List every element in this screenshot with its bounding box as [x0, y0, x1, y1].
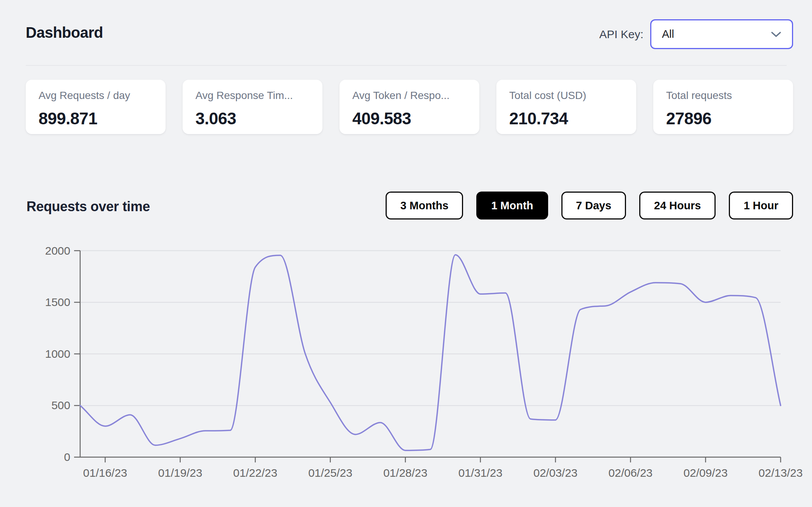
api-key-select[interactable]: All [650, 19, 793, 49]
x-tick-label: 02/06/23 [609, 467, 653, 479]
requests-line-chart: 050010001500200001/16/2301/19/2301/22/23… [0, 234, 812, 507]
y-tick-label: 1500 [45, 296, 70, 308]
stat-card-avg-requests: Avg Requests / day 899.871 [26, 80, 166, 134]
y-tick-label: 500 [51, 399, 70, 411]
stat-value: 899.871 [39, 109, 153, 128]
y-tick-label: 0 [64, 451, 70, 463]
stat-card-total-requests: Total requests 27896 [653, 80, 793, 134]
stat-label: Avg Response Tim... [195, 90, 310, 102]
range-button-1-hour[interactable]: 1 Hour [729, 192, 793, 219]
api-key-row: API Key: All [567, 19, 793, 49]
api-key-label: API Key: [599, 28, 643, 41]
stat-card-avg-response-time: Avg Response Tim... 3.063 [183, 80, 322, 134]
stat-label: Total requests [666, 90, 780, 102]
x-tick-label: 01/22/23 [233, 467, 277, 479]
y-tick-label: 1000 [45, 348, 70, 360]
stat-card-avg-token: Avg Token / Respo... 409.583 [339, 80, 479, 134]
x-tick-label: 01/31/23 [458, 467, 502, 479]
x-tick-label: 02/09/23 [683, 467, 728, 479]
stat-value: 210.734 [509, 109, 623, 128]
range-button-7-days[interactable]: 7 Days [561, 192, 626, 219]
stat-value: 27896 [666, 109, 780, 128]
x-tick-label: 01/16/23 [83, 467, 127, 479]
x-tick-label: 01/28/23 [383, 467, 428, 479]
x-tick-label: 02/03/23 [533, 467, 578, 479]
stat-label: Avg Requests / day [39, 90, 153, 102]
y-tick-label: 2000 [45, 244, 70, 257]
section-title-requests-over-time: Requests over time [26, 199, 150, 215]
time-range-button-group: 3 Months 1 Month 7 Days 24 Hours 1 Hour [340, 192, 793, 219]
x-tick-label: 02/13/23 [759, 467, 803, 479]
range-button-24-hours[interactable]: 24 Hours [639, 192, 716, 219]
series-line [80, 255, 781, 450]
range-button-1-month[interactable]: 1 Month [476, 192, 548, 219]
header-divider [26, 65, 787, 66]
stat-label: Total cost (USD) [509, 90, 623, 102]
range-button-3-months[interactable]: 3 Months [386, 192, 463, 219]
api-key-selected-value: All [662, 28, 674, 40]
x-tick-label: 01/25/23 [308, 467, 352, 479]
stat-value: 409.583 [352, 109, 466, 128]
page-title: Dashboard [26, 24, 103, 41]
stat-label: Avg Token / Respo... [352, 90, 466, 102]
chevron-down-icon [771, 31, 781, 37]
stat-card-total-cost: Total cost (USD) 210.734 [496, 80, 636, 134]
stat-value: 3.063 [195, 109, 310, 128]
x-tick-label: 01/19/23 [158, 467, 202, 479]
